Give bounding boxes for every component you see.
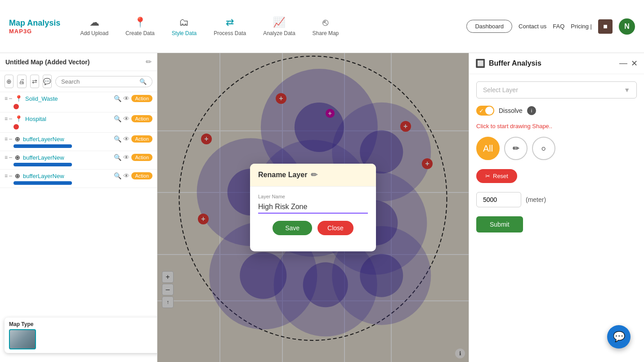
toggle-check-icon: ✓ [479,107,484,114]
sidebar: Untitled Map (Added Vector) ✏ ⊕ 🖨 ⇄ 💬 🔍 … [0,53,157,362]
modal-header: Rename Layer ✏ [250,164,376,187]
action-badge[interactable]: Action [131,154,152,161]
sidebar-header: Untitled Map (Added Vector) ✏ [0,53,157,71]
drag-handle: ≡ – [4,136,12,142]
visibility-icon[interactable]: 👁 [123,172,130,179]
map-type-panel: Map Type [4,317,157,353]
action-badge[interactable]: Action [131,172,152,179]
dissolve-toggle[interactable]: ✓ [476,106,494,116]
avatar: N [619,18,635,35]
circle-icon: ○ [541,144,546,153]
modal-title: Rename Layer [258,171,307,179]
layer-name[interactable]: Solid_Waste [25,95,111,102]
dissolve-info-button[interactable]: i [527,106,536,115]
scissors-icon: ✂ [485,173,490,179]
layer-name[interactable]: bufferLayerNew [23,173,111,179]
brand-sub: MAP3G [9,28,32,35]
topbar-right: Dashboard Contact us FAQ Pricing | ■ N [466,18,635,35]
map-type-label: Map Type [9,321,157,327]
pencil-shape-button[interactable]: ✏ [504,137,528,160]
panel-title: Buffer Analysis [489,59,541,67]
layer-item: ≡ – ⊕ bufferLayerNew 🔍 👁 Action [0,151,157,170]
nav-label-create-data: Create Data [125,30,155,36]
action-badge[interactable]: Action [131,115,152,122]
action-badge[interactable]: Action [131,95,152,102]
modal-body: Layer Name Save Close [250,187,376,242]
buffer-analysis-icon: 🔲 [475,58,485,68]
edit-title-icon[interactable]: ✏ [146,58,152,66]
dissolve-row: ✓ Dissolve i [476,106,637,116]
layer-color-dot [13,104,19,109]
search-input[interactable] [61,78,137,85]
nav-items: ☁ Add Upload 📍 Create Data 🗂 Style Data … [74,14,466,39]
map-area[interactable]: + + + + + + + + + – ↑ ℹ Rename Layer ✏ L… [157,53,469,362]
contact-link[interactable]: Contact us [519,23,546,30]
zoom-layer-icon[interactable]: 🔍 [114,135,121,143]
drag-handle: ≡ – [4,95,12,102]
select-layer-dropdown[interactable]: Select Layer ▼ [476,81,637,98]
nav-item-analyze-data[interactable]: 📈 Analyze Data [257,14,301,39]
buffer-input-row: (meter) [476,192,637,207]
zoom-layer-icon[interactable]: 🔍 [114,115,121,122]
layer-name[interactable]: bufferLayerNew [23,154,111,161]
layer-color-bar [13,163,72,166]
submit-button[interactable]: Submit [476,216,523,232]
topbar: Map Analysis MAP3G ☁ Add Upload 📍 Create… [0,0,644,53]
layer-name-input[interactable] [258,201,368,214]
nav-item-create-data[interactable]: 📍 Create Data [119,14,161,39]
layer-item: ≡ – ⊕ bufferLayerNew 🔍 👁 Action [0,170,157,188]
all-label: All [483,143,493,154]
drag-handle: ≡ – [4,154,12,161]
nav-label-style-data: Style Data [172,30,197,36]
layer-name[interactable]: Hospital [25,116,111,122]
create-data-icon: 📍 [134,17,146,28]
layer-row: ≡ – ⊕ bufferLayerNew 🔍 👁 Action [4,172,152,179]
dashboard-button[interactable]: Dashboard [466,20,512,33]
reset-label: Reset [493,173,508,179]
layer-item: ≡ – 📍 Solid_Waste 🔍 👁 Action [0,92,157,112]
pencil-icon: ✏ [513,143,519,153]
buffer-unit-label: (meter) [526,196,546,203]
map-title: Untitled Map (Added Vector) [5,58,89,66]
zoom-layer-icon[interactable]: 🔍 [114,172,121,179]
style-data-icon: 🗂 [179,17,189,28]
visibility-icon[interactable]: 👁 [123,154,130,161]
locate-tool[interactable]: ⊕ [4,75,13,88]
action-badge[interactable]: Action [131,135,152,143]
reset-button[interactable]: ✂ Reset [476,169,517,183]
layer-tool[interactable]: ⇄ [30,75,39,88]
toggle-knob [485,107,493,115]
nav-item-share-map[interactable]: ⎋ Share Map [306,14,345,39]
visibility-icon[interactable]: 👁 [123,115,130,122]
pricing-link[interactable]: Pricing | [571,23,592,30]
print-tool[interactable]: 🖨 [17,75,26,88]
map-thumbnail[interactable] [9,329,36,349]
close-modal-button[interactable]: Close [318,221,353,235]
panel-minimize-button[interactable]: — [619,58,627,68]
process-data-icon: ⇄ [226,17,234,28]
panel-close-button[interactable]: ✕ [631,58,638,68]
chat-bubble[interactable]: 💬 [607,325,631,349]
nav-item-process-data[interactable]: ⇄ Process Data [207,14,252,39]
visibility-icon[interactable]: 👁 [123,135,130,143]
layer-color-dot [13,124,19,130]
layer-row: ≡ – 📍 Solid_Waste 🔍 👁 Action [4,95,152,102]
zoom-layer-icon[interactable]: 🔍 [114,95,121,102]
layer-actions: 🔍 👁 Action [114,135,152,143]
nav-item-add-upload[interactable]: ☁ Add Upload [74,14,115,39]
nav-label-share-map: Share Map [313,30,339,36]
comment-tool[interactable]: 💬 [43,75,52,88]
drawing-hint: Click to start drawing Shape.. [476,123,637,130]
modal-buttons: Save Close [258,221,368,235]
nav-label-analyze-data: Analyze Data [263,30,295,36]
buffer-distance-input[interactable] [476,192,521,207]
layer-name[interactable]: bufferLayerNew [23,136,111,143]
save-button[interactable]: Save [273,221,312,235]
nav-label-process-data: Process Data [214,30,246,36]
faq-link[interactable]: FAQ [553,23,564,30]
visibility-icon[interactable]: 👁 [123,95,130,102]
zoom-layer-icon[interactable]: 🔍 [114,154,121,161]
all-shape-button[interactable]: All [476,137,500,160]
circle-shape-button[interactable]: ○ [532,137,555,160]
nav-item-style-data[interactable]: 🗂 Style Data [165,14,203,39]
